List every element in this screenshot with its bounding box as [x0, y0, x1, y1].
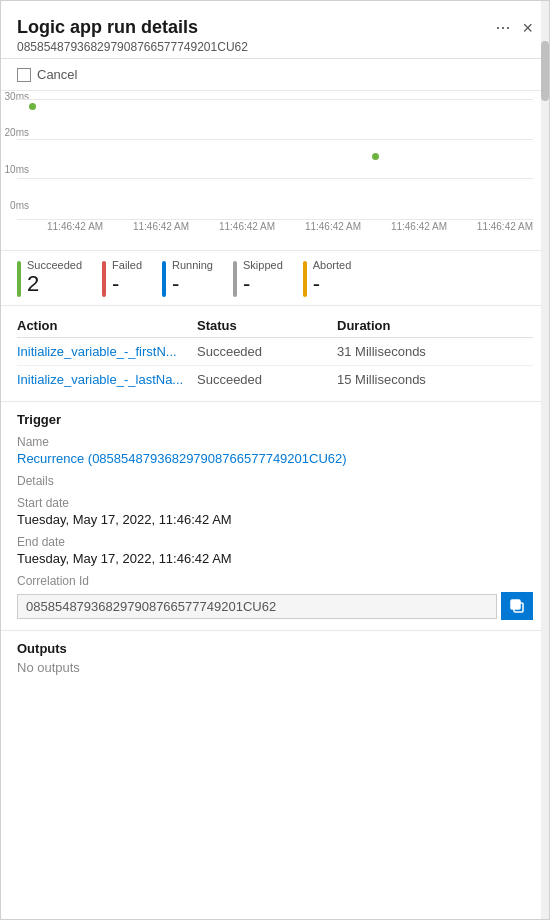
grid-line-mid1 — [17, 139, 533, 140]
cancel-label[interactable]: Cancel — [37, 67, 77, 82]
action-name-1[interactable]: Initialize_variable_-_firstN... — [17, 344, 197, 359]
scrollbar-thumb[interactable] — [541, 41, 549, 101]
logic-app-run-details-panel: Logic app run details 085854879368297908… — [0, 0, 550, 920]
stat-label-aborted: Aborted — [313, 259, 352, 271]
more-options-icon[interactable]: ··· — [487, 17, 518, 38]
trigger-details-label: Details — [17, 474, 533, 488]
stat-bar-failed — [102, 261, 106, 297]
start-date-value: Tuesday, May 17, 2022, 11:46:42 AM — [17, 512, 533, 527]
stat-failed: Failed - — [102, 259, 162, 297]
action-status-1: Succeeded — [197, 344, 337, 359]
table-row: Initialize_variable_-_firstN... Succeede… — [17, 338, 533, 366]
chart-dot-2 — [372, 153, 379, 160]
grid-line-bottom — [17, 219, 533, 220]
time-label-2: 11:46:42 AM — [133, 221, 189, 232]
time-label-6: 11:46:42 AM — [477, 221, 533, 232]
scrollbar-track[interactable] — [541, 1, 549, 919]
trigger-section-title: Trigger — [17, 412, 533, 427]
panel-title: Logic app run details — [17, 17, 248, 38]
end-date-label: End date — [17, 535, 533, 549]
stat-value-running: - — [172, 271, 213, 297]
header-right: ··· × — [487, 17, 533, 38]
time-labels: 11:46:42 AM 11:46:42 AM 11:46:42 AM 11:4… — [17, 221, 533, 232]
stat-value-failed: - — [112, 271, 142, 297]
cancel-row: Cancel — [1, 59, 549, 91]
grid-line-mid2 — [17, 178, 533, 179]
svg-rect-1 — [511, 600, 520, 609]
stat-bar-aborted — [303, 261, 307, 297]
stat-label-running: Running — [172, 259, 213, 271]
time-label-1: 11:46:42 AM — [47, 221, 103, 232]
close-button[interactable]: × — [522, 19, 533, 37]
stat-bar-running — [162, 261, 166, 297]
panel-subtitle: 085854879368297908766577749201CU62 — [17, 40, 248, 54]
table-header-row: Action Status Duration — [17, 314, 533, 338]
stat-value-skipped: - — [243, 271, 283, 297]
stat-aborted: Aborted - — [303, 259, 372, 297]
chart-area: 30ms 20ms 10ms 0ms 11:46:42 AM 11:46:42 … — [1, 91, 549, 251]
stats-row: Succeeded 2 Failed - Running - Skipped - — [1, 251, 549, 306]
correlation-row — [17, 592, 533, 620]
stat-value-succeeded: 2 — [27, 271, 82, 297]
stat-running: Running - — [162, 259, 233, 297]
time-label-4: 11:46:42 AM — [305, 221, 361, 232]
stat-label-succeeded: Succeeded — [27, 259, 82, 271]
trigger-name-value[interactable]: Recurrence (0858548793682979087665777492… — [17, 451, 533, 466]
correlation-id-input[interactable] — [17, 594, 497, 619]
time-label-5: 11:46:42 AM — [391, 221, 447, 232]
actions-table: Action Status Duration Initialize_variab… — [1, 306, 549, 402]
copy-icon — [509, 598, 525, 614]
grid-line-top — [17, 99, 533, 100]
action-name-2[interactable]: Initialize_variable_-_lastNa... — [17, 372, 197, 387]
stat-skipped: Skipped - — [233, 259, 303, 297]
panel-header: Logic app run details 085854879368297908… — [1, 1, 549, 59]
table-row: Initialize_variable_-_lastNa... Succeede… — [17, 366, 533, 393]
stat-label-skipped: Skipped — [243, 259, 283, 271]
time-label-3: 11:46:42 AM — [219, 221, 275, 232]
col-header-status: Status — [197, 318, 337, 333]
stat-value-aborted: - — [313, 271, 352, 297]
correlation-id-label: Correlation Id — [17, 574, 533, 588]
stat-label-failed: Failed — [112, 259, 142, 271]
header-left: Logic app run details 085854879368297908… — [17, 17, 248, 54]
cancel-checkbox[interactable] — [17, 68, 31, 82]
trigger-name-label: Name — [17, 435, 533, 449]
outputs-section: Outputs No outputs — [1, 631, 549, 685]
no-outputs-label: No outputs — [17, 660, 533, 675]
stat-bar-succeeded — [17, 261, 21, 297]
stat-bar-skipped — [233, 261, 237, 297]
stat-succeeded: Succeeded 2 — [17, 259, 102, 297]
outputs-title: Outputs — [17, 641, 533, 656]
trigger-section: Trigger Name Recurrence (085854879368297… — [1, 402, 549, 631]
copy-correlation-button[interactable] — [501, 592, 533, 620]
col-header-action: Action — [17, 318, 197, 333]
action-duration-1: 31 Milliseconds — [337, 344, 533, 359]
end-date-value: Tuesday, May 17, 2022, 11:46:42 AM — [17, 551, 533, 566]
chart-dot-1 — [29, 103, 36, 110]
action-duration-2: 15 Milliseconds — [337, 372, 533, 387]
col-header-duration: Duration — [337, 318, 533, 333]
start-date-label: Start date — [17, 496, 533, 510]
action-status-2: Succeeded — [197, 372, 337, 387]
